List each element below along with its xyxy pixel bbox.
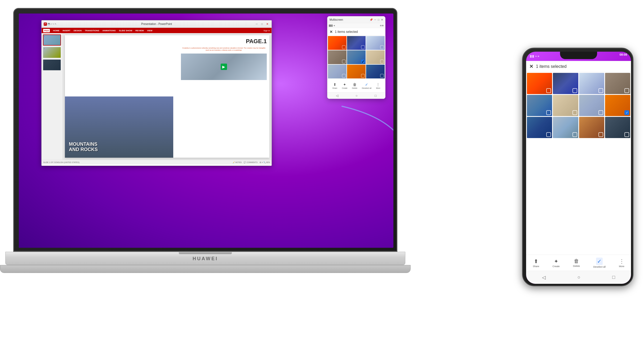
multiscreen-maximize-button[interactable]: □ <box>378 18 379 21</box>
ms-create-button[interactable]: ✦ Create <box>342 82 347 89</box>
phone-check-7[interactable] <box>598 110 603 115</box>
phone-check-1[interactable] <box>546 88 551 93</box>
ms-deselect-button[interactable]: ✕ <box>330 30 333 34</box>
tab-view[interactable]: VIEW <box>147 29 152 32</box>
phone-check-3[interactable] <box>598 88 603 93</box>
ms-more-button[interactable]: ⋮ More <box>376 82 380 89</box>
phone-photo-11[interactable] <box>579 117 604 138</box>
ppt-close-button[interactable]: ✕ <box>265 22 269 26</box>
ms-delete-button[interactable]: 🗑 Delete <box>352 82 357 89</box>
phone-photo-4[interactable] <box>605 73 630 94</box>
ms-check-5[interactable]: ✓ <box>361 60 365 63</box>
ppt-main-slide-area: MOUNTAINS AND ROCKS PAGE.1 Creativity is… <box>63 33 272 160</box>
phone-photo-10[interactable] <box>553 117 578 138</box>
ms-photo-4[interactable] <box>328 50 347 64</box>
slide-thumb-3[interactable]: 3 <box>43 59 61 70</box>
phone-check-4[interactable] <box>624 88 629 93</box>
ms-check-2[interactable] <box>361 45 365 49</box>
phone-notch <box>560 52 597 59</box>
phone-share-button[interactable]: ⬆ Share <box>533 258 539 268</box>
phone-check-6[interactable] <box>572 110 577 115</box>
ms-time: 8:08 <box>380 25 384 26</box>
powerpoint-window[interactable]: P 💾 ↩ ↪ ✎ Presentation - PowerPoint ─ □ … <box>41 20 272 166</box>
ms-home-nav[interactable]: ○ <box>356 94 357 98</box>
tab-transitions[interactable]: TRANSITIONS <box>85 29 99 32</box>
phone-check-10[interactable] <box>572 132 577 137</box>
tab-review[interactable]: REVIEW <box>135 29 144 32</box>
ms-photo-5[interactable]: ✓ <box>347 50 366 64</box>
phone-close-button[interactable]: ✕ <box>529 64 533 69</box>
phone-photo-3[interactable] <box>579 73 604 94</box>
notes-button[interactable]: 📝 NOTES <box>232 161 242 164</box>
ms-selection-bar: ✕ 1 items selected <box>327 28 385 36</box>
phone-photo-8[interactable]: ✓ <box>605 95 630 116</box>
multiscreen-title: Multiscreen <box>330 18 370 21</box>
ms-check-6[interactable] <box>380 60 384 63</box>
multiscreen-close-button[interactable]: ✕ <box>381 18 383 21</box>
ms-check-3[interactable] <box>380 45 384 49</box>
phone-check-12[interactable] <box>624 132 629 137</box>
ms-photo-6[interactable] <box>366 50 385 64</box>
phone-selection-label: 1 items selected <box>536 64 567 69</box>
ms-check-8[interactable] <box>361 74 365 78</box>
phone-delete-button[interactable]: 🗑 Delete <box>573 258 580 267</box>
phone-photo-7[interactable] <box>579 95 604 116</box>
tab-file[interactable]: FILE <box>43 29 50 32</box>
ms-recents-nav[interactable]: □ <box>375 94 376 98</box>
ms-deselect-all-button[interactable]: ✓ Deselect all <box>362 82 371 89</box>
phone-check-5[interactable] <box>546 110 551 115</box>
tab-animations[interactable]: ANIMATIONS <box>103 29 116 32</box>
phone-create-button[interactable]: ✦ Create <box>553 258 560 268</box>
tab-design[interactable]: DESIGN <box>74 29 82 32</box>
phone-check-9[interactable] <box>546 132 551 137</box>
tab-slideshow[interactable]: SLIDE SHOW <box>119 29 132 32</box>
comments-button[interactable]: 💬 COMMENTS <box>244 161 257 164</box>
phone-photo-12[interactable] <box>605 117 630 138</box>
phone-home-nav[interactable]: ○ <box>578 275 580 280</box>
phone-more-button[interactable]: ⋮ More <box>619 258 624 268</box>
ms-bottom-bar: ⬆ Share ✦ Create 🗑 Delete ✓ Deselect all <box>327 79 385 92</box>
ms-photo-1[interactable] <box>328 36 347 50</box>
multiscreen-popup: Multiscreen 📌 ─ □ ✕ ▌▌▌ ≋ 8:08 ✕ <box>327 16 385 99</box>
ms-check-7[interactable] <box>342 74 346 78</box>
phone-photo-9[interactable] <box>527 117 552 138</box>
tab-insert[interactable]: INSERT <box>63 29 70 32</box>
tab-home[interactable]: HOME <box>53 29 59 32</box>
slide-thumb-2[interactable]: 2 <box>43 47 61 58</box>
phone-recents-nav[interactable]: □ <box>612 275 615 280</box>
slide-content: MOUNTAINS AND ROCKS PAGE.1 Creativity is… <box>65 35 269 158</box>
phone-photo-6[interactable] <box>553 95 578 116</box>
ms-photo-3[interactable] <box>366 36 385 50</box>
view-controls[interactable]: ⊞ ≡ 🔍 80% <box>260 161 270 164</box>
ms-check-1[interactable] <box>342 45 346 49</box>
multiscreen-pin-button[interactable]: 📌 <box>370 18 373 21</box>
phone-photo-1[interactable] <box>527 73 552 94</box>
ms-selection-count: 1 items selected <box>335 30 358 34</box>
phone-signal: ▌▌▌ ≋ ⊕ <box>530 55 539 58</box>
ppt-window-controls: ─ □ ✕ <box>255 22 269 26</box>
sign-in-link[interactable]: Sign in <box>264 29 270 32</box>
ms-photo-7[interactable] <box>328 65 347 78</box>
mountains-title: MOUNTAINS AND ROCKS <box>69 142 98 152</box>
ms-back-nav[interactable]: ◁ <box>336 94 338 98</box>
ms-photo-8[interactable] <box>347 65 366 78</box>
phone-check-11[interactable] <box>598 132 603 137</box>
ppt-maximize-button[interactable]: □ <box>260 22 264 26</box>
laptop-container: P 💾 ↩ ↪ ✎ Presentation - PowerPoint ─ □ … <box>13 8 411 326</box>
phone-check-2[interactable] <box>572 88 577 93</box>
phone-back-nav[interactable]: ◁ <box>542 275 546 280</box>
ms-check-9[interactable] <box>380 74 384 78</box>
phone-bottom-bar: ⬆ Share ✦ Create 🗑 Delete ✓ Deselect all… <box>526 255 631 271</box>
multiscreen-minimize-button[interactable]: ─ <box>374 18 376 21</box>
ms-photo-9[interactable] <box>366 65 385 78</box>
slide-right-content: PAGE.1 Creativity is a phenomenon whereb… <box>181 38 267 80</box>
phone-deselect-all-button[interactable]: ✓ Deselect all <box>593 258 606 268</box>
ms-check-4[interactable] <box>342 60 346 63</box>
phone-photo-2[interactable] <box>553 73 578 94</box>
ms-photo-2[interactable] <box>347 36 366 50</box>
slide-thumb-1[interactable]: 1 <box>43 34 61 46</box>
phone-photo-5[interactable] <box>527 95 552 116</box>
ms-share-button[interactable]: ⬆ Share <box>332 82 337 89</box>
ppt-minimize-button[interactable]: ─ <box>255 22 259 26</box>
phone-check-8[interactable]: ✓ <box>624 110 629 115</box>
